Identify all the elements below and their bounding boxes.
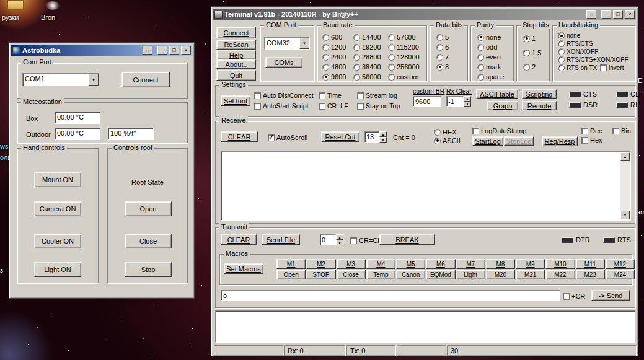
macro-button[interactable]: M12	[606, 259, 635, 269]
baud-rate-option[interactable]: 128000	[388, 53, 420, 61]
stay-on-top-checkbox[interactable]: Stay on Top	[357, 102, 400, 110]
connect-button[interactable]: Connect	[121, 72, 170, 87]
stop-bits-option[interactable]: 1.5	[523, 48, 541, 57]
break-button[interactable]: BREAK	[379, 234, 435, 245]
desktop-icon-bron[interactable]	[46, 1, 60, 10]
handshaking-option[interactable]: RTS/CTS	[558, 40, 629, 48]
terminal-com-port-select[interactable]: COM32 ▼	[264, 37, 310, 50]
macro-button[interactable]: M23	[576, 270, 605, 279]
scroll-up-button[interactable]: ▲	[620, 152, 630, 161]
macro-button[interactable]: M2	[306, 259, 335, 269]
hand-control-button[interactable]: Cooler ON	[34, 234, 81, 248]
stoplog-button[interactable]: StopLog	[504, 136, 534, 146]
macro-button[interactable]: M24	[606, 270, 635, 279]
macro-button[interactable]: M5	[396, 259, 425, 269]
dec-checkbox[interactable]: Dec	[581, 126, 602, 135]
plus-cr-checkbox[interactable]: +CR	[563, 292, 585, 301]
about-button[interactable]: About..	[216, 59, 256, 69]
handshaking-option[interactable]: XON/XOFF	[558, 48, 629, 56]
macro-button[interactable]: M9	[516, 259, 545, 269]
set-font-button[interactable]: Set font	[221, 95, 250, 106]
handshaking-option[interactable]: none	[558, 32, 629, 40]
cnt-input[interactable]	[364, 131, 379, 143]
roof-control-button[interactable]: Stop	[125, 262, 172, 277]
desktop-icon-label[interactable]: Bron	[41, 14, 55, 21]
scroll-down-button[interactable]: ▼	[620, 211, 630, 219]
baud-rate-option[interactable]: 115200	[388, 43, 420, 51]
baud-rate-option[interactable]: 256000	[388, 63, 420, 71]
parity-option[interactable]: even	[477, 53, 504, 61]
receive-scrollbar[interactable]: ▲ ▼	[620, 152, 630, 219]
macro-button[interactable]: M7	[456, 259, 485, 269]
maximize-button[interactable]: □	[613, 10, 623, 19]
quit-button[interactable]: Quit	[216, 70, 256, 81]
terminal-connect-button[interactable]: Connect	[216, 27, 256, 38]
hex-radio[interactable]: HEX	[434, 128, 457, 136]
spin-down-button[interactable]: ▼	[464, 102, 471, 107]
time-checkbox[interactable]: Time	[319, 91, 342, 100]
baud-rate-option[interactable]: custom	[388, 72, 420, 81]
rx-clear-spinner[interactable]: ▲▼	[446, 96, 471, 107]
spin-up-button[interactable]: ▲	[336, 234, 343, 240]
parity-option[interactable]: mark	[477, 63, 504, 71]
data-bits-option[interactable]: 6	[436, 43, 449, 51]
parity-option[interactable]: odd	[477, 43, 504, 51]
minimize-button[interactable]: _	[157, 46, 167, 55]
restore-size-button[interactable]: ↔	[143, 46, 152, 55]
invert-checkbox[interactable]: invert	[600, 64, 624, 72]
macro-button[interactable]: M3	[337, 259, 366, 269]
macro-button[interactable]: M8	[486, 259, 515, 269]
spin-down-button[interactable]: ▼	[336, 240, 343, 245]
req-resp-button[interactable]: Req/Resp	[542, 136, 578, 146]
parity-option[interactable]: none	[477, 33, 504, 42]
rescan-button[interactable]: ReScan	[216, 40, 256, 50]
transmit-spinner[interactable]: ▲▼	[320, 234, 343, 245]
cnt-spinner[interactable]: ▲▼	[364, 131, 387, 143]
macro-button[interactable]: M22	[545, 270, 575, 279]
graph-button[interactable]: Graph	[487, 101, 518, 110]
startlog-button[interactable]: StartLog	[472, 136, 503, 146]
stop-bits-option[interactable]: 1	[523, 34, 541, 43]
coms-button[interactable]: COMs	[265, 57, 302, 68]
macro-button[interactable]: M11	[576, 259, 605, 269]
data-bits-option[interactable]: 8	[436, 63, 449, 71]
astrobudka-titlebar[interactable]: Astrobudka ↔ _ □ ×	[11, 45, 192, 56]
data-bits-option[interactable]: 5	[436, 33, 449, 42]
macro-button[interactable]: M1	[276, 259, 306, 269]
remote-button[interactable]: Remote	[522, 101, 557, 110]
baud-rate-option[interactable]: 28800	[353, 53, 381, 61]
hand-control-button[interactable]: Mount ON	[34, 172, 81, 187]
baud-rate-option[interactable]: 4800	[322, 63, 346, 71]
auto-disconnect-checkbox[interactable]: Auto Dis/Connect	[254, 91, 314, 100]
macro-button[interactable]: M20	[486, 270, 515, 279]
stream-log-checkbox[interactable]: Stream log	[357, 91, 397, 100]
humidity-field[interactable]: 100 %\t"	[108, 128, 154, 140]
baud-rate-option[interactable]: 14400	[353, 33, 381, 42]
desktop-icon-label[interactable]: рузки	[2, 14, 19, 21]
close-button[interactable]: ×	[625, 10, 635, 19]
autostart-script-checkbox[interactable]: AutoStart Script	[254, 102, 309, 110]
hex-checkbox[interactable]: Hex	[581, 136, 602, 144]
macro-button[interactable]: Temp	[366, 270, 395, 279]
baud-rate-option[interactable]: 38400	[353, 63, 381, 71]
com-port-select[interactable]: COM1 ▼	[22, 73, 99, 86]
transmit-clear-button[interactable]: CLEAR	[221, 234, 257, 245]
reset-cnt-button[interactable]: Reset Cnt	[321, 131, 359, 142]
roof-control-button[interactable]: Close	[125, 234, 172, 248]
baud-rate-option[interactable]: 56000	[353, 72, 381, 81]
roof-control-button[interactable]: Open	[125, 201, 172, 216]
transmit-input[interactable]	[221, 290, 560, 301]
set-macros-button[interactable]: Set Macros	[224, 263, 263, 274]
terminal-titlebar[interactable]: Terminal v1.91b - 20140110Я - by Br@y++ …	[213, 9, 636, 20]
maximize-button[interactable]: □	[169, 46, 179, 55]
spin-up-button[interactable]: ▲	[379, 131, 387, 137]
macro-button[interactable]: STOP	[306, 270, 335, 279]
spin-up-button[interactable]: ▲	[464, 96, 471, 102]
parity-option[interactable]: space	[477, 72, 504, 81]
send-file-button[interactable]: Send File	[262, 234, 300, 245]
macro-button[interactable]: EQMod	[426, 270, 455, 279]
spin-down-button[interactable]: ▼	[379, 137, 387, 143]
minimize-button[interactable]: _	[601, 10, 611, 19]
custom-br-input[interactable]	[413, 96, 441, 107]
bin-checkbox[interactable]: Bin	[612, 126, 631, 135]
